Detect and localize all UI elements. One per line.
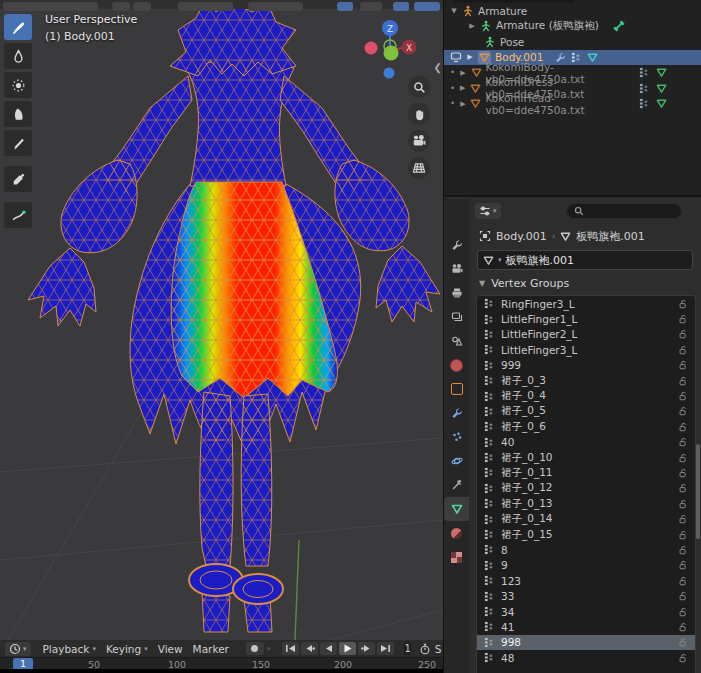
vertex-group-row[interactable]: 48	[477, 650, 695, 665]
lock-open-icon[interactable]	[678, 391, 688, 401]
breadcrumb-data[interactable]: 板鸭旗袍.001	[576, 229, 645, 244]
tab-scene[interactable]	[444, 329, 469, 353]
breadcrumb-object[interactable]: Body.001	[496, 230, 547, 243]
lock-open-icon[interactable]	[678, 376, 688, 386]
vertex-group-row[interactable]: 裙子_0_14	[477, 511, 695, 526]
tab-render[interactable]	[444, 257, 469, 281]
lock-open-icon[interactable]	[678, 345, 688, 355]
expand-arrow-icon[interactable]: ▶	[468, 22, 476, 30]
play-reverse-button[interactable]	[320, 642, 337, 655]
tab-object[interactable]	[444, 377, 469, 401]
editor-type-button[interactable]: ▾	[475, 203, 501, 219]
lock-open-icon[interactable]	[678, 437, 688, 447]
vertex-group-row[interactable]: 123	[477, 573, 695, 588]
sidebar-toggle-chevron[interactable]: ❮	[434, 62, 442, 73]
play-button[interactable]	[339, 642, 356, 655]
average-tool[interactable]	[4, 72, 32, 98]
weight-paint-model[interactable]	[0, 0, 443, 640]
lock-open-icon[interactable]	[678, 299, 688, 309]
camera-view-icon[interactable]	[408, 130, 430, 152]
vertex-group-row[interactable]: 34	[477, 604, 695, 619]
tab-world[interactable]	[444, 353, 469, 377]
lock-open-icon[interactable]	[678, 576, 688, 586]
prev-keyframe-button[interactable]	[301, 642, 318, 655]
lock-open-icon[interactable]	[678, 329, 688, 339]
vertex-group-row[interactable]: 33	[477, 588, 695, 603]
vertex-group-row[interactable]: LittleFinger1_L	[477, 311, 695, 326]
lock-open-icon[interactable]	[678, 637, 688, 647]
perspective-toggle-icon[interactable]	[408, 157, 430, 179]
menu-marker[interactable]: Marker	[188, 643, 234, 655]
expand-arrow-icon[interactable]: ▶	[466, 53, 474, 61]
vertex-group-row[interactable]: 裙子_0_12	[477, 481, 695, 496]
vertex-group-row[interactable]: 裙子_0_13	[477, 496, 695, 511]
lock-open-icon[interactable]	[678, 607, 688, 617]
navigation-gizmo[interactable]: Z X	[363, 16, 417, 80]
outliner-row-armature-data[interactable]: ▶ Armature (板鸭旗袍)	[444, 19, 701, 35]
vertex-group-row[interactable]: LittleFinger3_L	[477, 342, 695, 357]
vertex-group-row[interactable]: 41	[477, 619, 695, 634]
vertex-group-row[interactable]: 999	[477, 358, 695, 373]
zoom-icon[interactable]	[408, 76, 430, 98]
properties-search-field[interactable]	[567, 204, 681, 218]
sample-weight-tool[interactable]	[4, 166, 32, 192]
menu-playback[interactable]: Playback▾	[38, 643, 101, 655]
pan-hand-icon[interactable]	[408, 103, 430, 125]
lock-open-icon[interactable]	[678, 622, 688, 632]
current-frame-field[interactable]: 1	[404, 642, 410, 655]
search-input[interactable]	[588, 206, 658, 217]
tab-object-constraints[interactable]	[444, 473, 469, 497]
viewport-3d[interactable]: User Perspective (1) Body.001 Z X	[0, 0, 443, 640]
lock-open-icon[interactable]	[678, 422, 688, 432]
editor-type-button[interactable]: ▾	[5, 642, 31, 656]
mesh-datablock-field[interactable]: ▾ 板鸭旗袍.001	[477, 250, 693, 270]
lock-open-icon[interactable]	[678, 653, 688, 663]
list-scrollbar[interactable]	[696, 444, 700, 539]
expand-arrow-icon[interactable]: ▶	[459, 100, 466, 108]
vertex-group-row[interactable]: 裙子_0_3	[477, 373, 695, 388]
jump-to-start-button[interactable]	[282, 642, 299, 655]
vertex-groups-list[interactable]: RingFinger3_L LittleFinger1_L LittleFi	[476, 295, 696, 673]
expand-arrow-icon[interactable]: ▶	[459, 84, 466, 92]
draw-brush-tool[interactable]	[4, 14, 32, 40]
outliner-row-kokomihead[interactable]: • ▶ KokomiHead-vb0=dde4750a.txt	[444, 96, 701, 112]
expand-arrow-icon[interactable]: ▶	[459, 69, 466, 77]
lock-open-icon[interactable]	[678, 514, 688, 524]
menu-keying[interactable]: Keying▾	[101, 643, 153, 655]
lock-open-icon[interactable]	[678, 499, 688, 509]
lock-open-icon[interactable]	[678, 314, 688, 324]
tab-particles[interactable]	[444, 425, 469, 449]
vertex-group-row[interactable]: 9	[477, 558, 695, 573]
vertex-group-row[interactable]: 裙子_0_4	[477, 388, 695, 403]
vertex-group-row[interactable]: 裙子_0_6	[477, 419, 695, 434]
lock-open-icon[interactable]	[678, 360, 688, 370]
auto-key-record-button[interactable]	[246, 642, 264, 655]
lock-open-icon[interactable]	[678, 591, 688, 601]
tab-view-layer[interactable]	[444, 305, 469, 329]
lock-open-icon[interactable]	[678, 468, 688, 478]
expand-arrow-icon[interactable]: ▼	[450, 7, 458, 15]
vertex-group-row[interactable]: 裙子_0_11	[477, 465, 695, 480]
tab-material[interactable]	[444, 521, 469, 545]
tab-modifiers[interactable]	[444, 401, 469, 425]
vertex-group-row[interactable]: 裙子_0_15	[477, 527, 695, 542]
vertex-group-row[interactable]: 裙子_0_5	[477, 404, 695, 419]
lock-open-icon[interactable]	[678, 530, 688, 540]
tab-object-data[interactable]	[444, 497, 469, 521]
vertex-group-row[interactable]: 40	[477, 435, 695, 450]
vertex-group-row[interactable]: 裙子_0_10	[477, 450, 695, 465]
vertex-groups-panel-header[interactable]: ▼ Vertex Groups	[469, 273, 701, 294]
vertex-group-row[interactable]: 998	[477, 635, 695, 650]
tab-output[interactable]	[444, 281, 469, 305]
vertex-group-row[interactable]: 8	[477, 542, 695, 557]
tab-tool[interactable]	[444, 233, 469, 257]
lock-open-icon[interactable]	[678, 453, 688, 463]
vertex-group-row[interactable]: LittleFinger2_L	[477, 327, 695, 342]
annotate-tool[interactable]	[4, 202, 32, 228]
lock-open-icon[interactable]	[678, 483, 688, 493]
lock-open-icon[interactable]	[678, 406, 688, 416]
smear-tool[interactable]	[4, 101, 32, 127]
jump-to-end-button[interactable]	[377, 642, 394, 655]
outliner-row-armature[interactable]: ▼ Armature	[444, 3, 701, 19]
blur-tool[interactable]	[4, 43, 32, 69]
